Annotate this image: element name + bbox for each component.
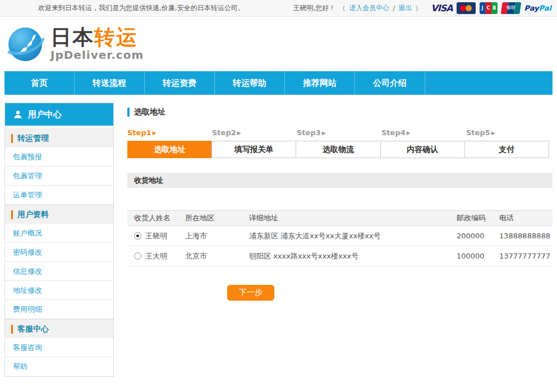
tab-payment[interactable]: 支付 bbox=[464, 141, 549, 158]
sidebar-item-package-forecast[interactable]: 包裹预报 bbox=[5, 147, 113, 167]
logo-name-orange: 转运 bbox=[94, 25, 138, 49]
title-accent-bar bbox=[127, 108, 130, 117]
main-content: 选取地址 Step1▶ Step2▶ Step3▶ Step4▶ Step5▶ … bbox=[127, 103, 553, 377]
step-arrow-icon: ▶ bbox=[322, 130, 326, 136]
step-arrow-icon: ▶ bbox=[491, 130, 495, 136]
phone-cell: 13888888888 bbox=[499, 226, 553, 246]
sidebar-item-edit-address[interactable]: 地址修改 bbox=[5, 281, 113, 300]
mastercard-icon bbox=[457, 2, 476, 14]
phone-cell: 13777777777 bbox=[499, 246, 553, 266]
section-accent-bar bbox=[11, 325, 13, 334]
nav-item-rates[interactable]: 转运资费 bbox=[145, 71, 215, 95]
col-phone: 电话 bbox=[499, 211, 553, 226]
welcome-text: 欢迎来到日本转运，我们是为您提供快速,价廉,安全的日本转运公司。 bbox=[38, 3, 245, 13]
payment-logos: VISA JCB 银联 PayPal bbox=[431, 2, 551, 14]
recipient-name: 王大明 bbox=[145, 252, 167, 260]
table-row: 王大明 北京市 朝阳区 xxxx路xxx号xxx楼xxx号 100000 137… bbox=[127, 246, 553, 266]
nav-item-help[interactable]: 转运帮助 bbox=[215, 71, 285, 95]
step-label-2: Step2▶ bbox=[212, 128, 297, 137]
logo-domain: JpDeliver.com bbox=[50, 48, 144, 62]
address-cell: 浦东新区 浦东大道xx号xx大厦xx楼xx号 bbox=[249, 226, 457, 246]
jcb-icon: JCB bbox=[480, 2, 498, 14]
link-separator: / bbox=[393, 4, 395, 12]
paren-close: ） bbox=[415, 3, 422, 13]
col-recipient-name: 收货人姓名 bbox=[127, 211, 185, 226]
sidebar-section-service: 客服中心 bbox=[5, 319, 113, 338]
nav-item-sites[interactable]: 推荐网站 bbox=[285, 71, 355, 95]
page-title: 选取地址 bbox=[127, 107, 553, 117]
shipping-address-section-header: 收货地址 bbox=[127, 173, 553, 188]
site-logo[interactable]: 日本转运 JpDeliver.com bbox=[4, 24, 144, 65]
logo-text: 日本转运 JpDeliver.com bbox=[50, 27, 144, 62]
topbar-account-area: 王晓明,您好！ （ 进入会员中心 / 退出 ） VISA JCB 银联 PayP… bbox=[293, 2, 551, 14]
nav-item-home[interactable]: 首页 bbox=[4, 71, 75, 95]
visa-icon: VISA bbox=[431, 3, 452, 13]
col-address: 详细地址 bbox=[249, 211, 457, 226]
address-radio[interactable] bbox=[134, 252, 141, 260]
sidebar-section-profile: 用户资料 bbox=[5, 205, 113, 224]
step-label-4: Step4▶ bbox=[381, 128, 466, 137]
sidebar-title: 用户中心 bbox=[28, 109, 62, 120]
region-cell: 上海市 bbox=[185, 226, 249, 246]
step-indicator: Step1▶ Step2▶ Step3▶ Step4▶ Step5▶ bbox=[127, 128, 553, 137]
user-center-sidebar: 用户中心 转运管理 包裹预报 包裹管理 运单管理 用户资料 账户概况 密码修改 … bbox=[4, 103, 114, 377]
sidebar-item-package-manage[interactable]: 包裹管理 bbox=[5, 167, 113, 186]
recipient-name: 王晓明 bbox=[145, 232, 167, 240]
step-arrow-icon: ▶ bbox=[407, 130, 411, 136]
step-arrow-icon: ▶ bbox=[153, 130, 156, 136]
logo-name-black: 日本 bbox=[50, 25, 94, 49]
address-radio-selected[interactable] bbox=[134, 232, 141, 239]
region-cell: 北京市 bbox=[185, 246, 249, 266]
table-row: 王晓明 上海市 浦东新区 浦东大道xx号xx大厦xx楼xx号 200000 13… bbox=[127, 226, 553, 246]
sidebar-item-edit-info[interactable]: 信息修改 bbox=[5, 262, 113, 281]
paypal-icon: PayPal bbox=[524, 4, 551, 12]
step-label-3: Step3▶ bbox=[297, 128, 381, 137]
nav-item-about[interactable]: 公司介绍 bbox=[355, 71, 425, 95]
user-greeting: 王晓明,您好！ bbox=[293, 3, 335, 13]
col-region: 所在地区 bbox=[185, 211, 249, 226]
step-arrow-icon: ▶ bbox=[237, 130, 241, 136]
address-cell: 朝阳区 xxxx路xxx号xxx楼xxx号 bbox=[249, 246, 457, 266]
col-zip: 邮政编码 bbox=[457, 211, 499, 226]
section-accent-bar bbox=[11, 210, 13, 219]
logout-link[interactable]: 退出 bbox=[398, 3, 412, 13]
table-header-row: 收货人姓名 所在地区 详细地址 邮政编码 电话 bbox=[127, 211, 553, 226]
tab-select-address[interactable]: 选取地址 bbox=[127, 141, 212, 158]
top-bar: 欢迎来到日本转运，我们是为您提供快速,价廉,安全的日本转运公司。 王晓明,您好！… bbox=[0, 0, 557, 17]
address-table: 收货人姓名 所在地区 详细地址 邮政编码 电话 王晓明 上海市 浦东新区 浦东大… bbox=[127, 210, 553, 266]
section-accent-bar bbox=[11, 134, 13, 143]
sidebar-item-service-inquiry[interactable]: 客服咨询 bbox=[5, 338, 113, 357]
site-header: 日本转运 JpDeliver.com bbox=[0, 17, 557, 71]
unionpay-icon: 银联 bbox=[500, 2, 521, 14]
paren-open: （ bbox=[339, 3, 346, 13]
next-step-button[interactable]: 下一步 bbox=[227, 285, 274, 301]
zip-cell: 100000 bbox=[457, 246, 499, 266]
sidebar-item-help[interactable]: 帮助 bbox=[5, 357, 113, 376]
step-label-5: Step5▶ bbox=[466, 128, 551, 137]
nav-item-process[interactable]: 转送流程 bbox=[75, 71, 145, 95]
main-nav: 首页 转送流程 转运资费 转运帮助 推荐网站 公司介绍 bbox=[4, 71, 553, 95]
sidebar-item-account-overview[interactable]: 账户概况 bbox=[5, 224, 113, 243]
tab-customs-form[interactable]: 填写报关单 bbox=[211, 141, 296, 158]
sidebar-item-waybill-manage[interactable]: 运单管理 bbox=[5, 186, 113, 205]
sidebar-header: 用户中心 bbox=[5, 103, 113, 126]
sidebar-item-change-password[interactable]: 密码修改 bbox=[5, 243, 113, 262]
tab-select-logistics[interactable]: 选取物流 bbox=[296, 141, 380, 158]
zip-cell: 200000 bbox=[457, 226, 499, 246]
member-center-link[interactable]: 进入会员中心 bbox=[349, 3, 389, 13]
step-tabs: 选取地址 填写报关单 选取物流 内容确认 支付 bbox=[127, 141, 553, 158]
step-label-1: Step1▶ bbox=[127, 128, 212, 137]
tab-confirm-content[interactable]: 内容确认 bbox=[380, 141, 465, 158]
sidebar-item-fee-details[interactable]: 费用明细 bbox=[5, 300, 113, 319]
sidebar-section-shipping: 转运管理 bbox=[5, 128, 113, 147]
globe-icon bbox=[4, 24, 46, 65]
user-icon bbox=[13, 109, 23, 119]
